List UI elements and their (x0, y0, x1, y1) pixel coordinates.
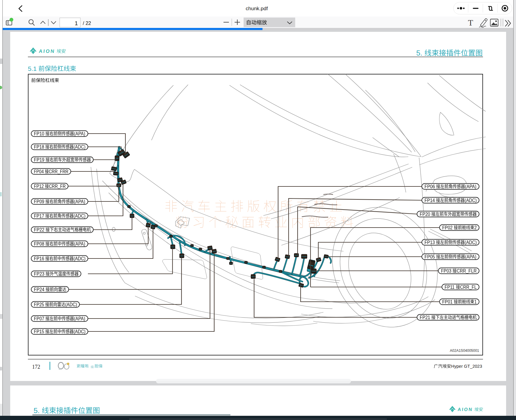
svg-text:FP01: FP01 (442, 299, 453, 304)
svg-text:(APA): (APA) (465, 254, 476, 259)
svg-text:FP17: FP17 (34, 213, 44, 219)
svg-text:FP21: FP21 (420, 315, 430, 320)
svg-text:FP06: FP06 (424, 184, 435, 189)
svg-text:CRR_FRR: CRR_FRR (49, 168, 68, 174)
svg-text:FP05: FP05 (424, 254, 435, 259)
svg-text:AION: AION (458, 407, 473, 412)
svg-text:FP14: FP14 (424, 198, 435, 203)
svg-text:2: 2 (474, 225, 477, 230)
svg-text:(ADC): (ADC) (465, 198, 477, 203)
svg-text:/ 22: / 22 (83, 20, 91, 26)
svg-text:(APA): (APA) (465, 184, 476, 189)
svg-text:FP11: FP11 (445, 284, 454, 290)
svg-text:FP23: FP23 (34, 271, 44, 276)
svg-text:(ADC): (ADC) (74, 256, 86, 261)
svg-text:chunk.pdf: chunk.pdf (246, 6, 268, 11)
svg-text:FP16: FP16 (34, 256, 44, 261)
svg-text:(ADC): (ADC) (74, 329, 86, 334)
svg-text:FP07: FP07 (34, 316, 44, 321)
svg-text:FP13: FP13 (424, 240, 435, 245)
svg-text:1: 1 (75, 20, 78, 26)
svg-text:(APA): (APA) (74, 199, 85, 204)
svg-text:FP20: FP20 (420, 211, 430, 217)
svg-text:(ADC): (ADC) (465, 240, 477, 245)
svg-text:FP12: FP12 (34, 183, 44, 189)
svg-text:AION: AION (39, 48, 56, 54)
svg-text:(ADC): (ADC) (74, 213, 86, 219)
svg-text:T: T (468, 18, 473, 27)
svg-text:(APA): (APA) (74, 316, 85, 321)
svg-text:5.: 5. (34, 406, 40, 415)
svg-text:FP24: FP24 (34, 287, 44, 292)
svg-text:FP02: FP02 (442, 225, 453, 230)
svg-text:CRR_FL: CRR_FL (460, 284, 477, 290)
svg-text:(APA): (APA) (74, 131, 85, 136)
svg-text:(ADC): (ADC) (74, 144, 86, 150)
svg-text:5.: 5. (416, 49, 422, 57)
svg-text:FP19: FP19 (34, 157, 44, 162)
svg-text:FP08: FP08 (34, 241, 44, 246)
svg-text:FP15: FP15 (34, 329, 44, 334)
svg-text:FP09: FP09 (34, 199, 44, 204)
svg-text:FP22: FP22 (34, 227, 44, 232)
svg-text:1: 1 (474, 299, 477, 304)
svg-text:A02A1S04005001: A02A1S04005001 (450, 349, 479, 353)
svg-text:FP18: FP18 (34, 144, 44, 150)
svg-text:(ADC): (ADC) (65, 301, 77, 307)
svg-text:FP25: FP25 (34, 301, 44, 307)
svg-text:FP03: FP03 (441, 268, 452, 273)
svg-text:5.1: 5.1 (28, 65, 37, 72)
svg-text:CRR_FLR: CRR_FLR (457, 268, 477, 274)
svg-text:Hyper GT_2023: Hyper GT_2023 (451, 364, 482, 369)
svg-text:FP04: FP04 (34, 168, 44, 174)
svg-text:CRR_FR: CRR_FR (49, 183, 66, 189)
svg-text:172: 172 (32, 364, 40, 370)
svg-text:(APA): (APA) (74, 241, 85, 246)
svg-text:FP10: FP10 (34, 131, 44, 136)
